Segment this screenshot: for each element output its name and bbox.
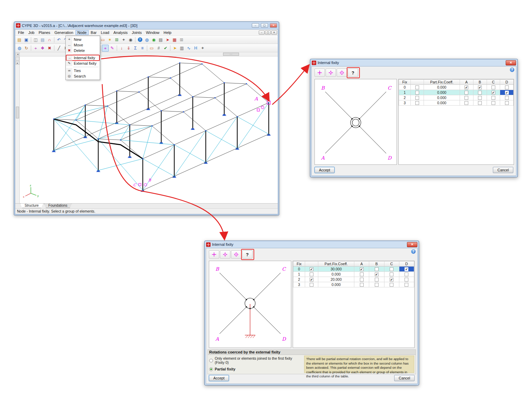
menu-help[interactable]: Help (161, 30, 174, 35)
surface-load-icon[interactable]: ⇓ (125, 45, 132, 52)
table-row[interactable]: 10.000✔ (293, 272, 414, 277)
radio-button-icon[interactable] (209, 367, 213, 371)
search-tools-icon[interactable]: ⊞ (178, 36, 185, 43)
open-icon[interactable]: ▤ (16, 36, 23, 43)
mark-d-checkbox[interactable] (399, 272, 414, 277)
table-row[interactable]: 00.000✔✔ (399, 85, 514, 90)
menu-job[interactable]: Job (26, 30, 37, 35)
menu-planes[interactable]: Planes (36, 30, 52, 35)
radio-option-2[interactable]: Partial fixity (209, 367, 302, 371)
radio-option-1[interactable]: Only element or elements joined to the f… (209, 356, 302, 365)
cross-node-tool-icon[interactable] (337, 69, 347, 77)
mark-a-checkbox[interactable] (354, 282, 369, 287)
view-3d-icon[interactable]: ◍ (16, 45, 23, 52)
titlebar[interactable]: CYPE 3D - v2015.a - [C:\...\Adjacent war… (15, 22, 278, 29)
external-fixity-tool-icon[interactable]: ✎ (109, 45, 116, 52)
mark-a-checkbox[interactable]: ✔ (460, 85, 473, 90)
mark-a-checkbox[interactable]: ✔ (354, 267, 369, 272)
mark-b-checkbox[interactable] (473, 100, 487, 106)
mark-c-checkbox[interactable]: ✔ (384, 277, 399, 282)
cancel-button[interactable]: Cancel (493, 167, 513, 173)
check-bars-icon[interactable]: ✔ (162, 45, 169, 52)
node-new-icon[interactable]: ＋ (32, 45, 39, 52)
menu-item-external-fixity[interactable]: ✎External fixity (66, 61, 99, 66)
menu-item-delete[interactable]: ✖Delete (66, 48, 99, 53)
mark-b-checkbox[interactable]: ✔ (473, 85, 487, 90)
mark-a-checkbox[interactable] (460, 95, 473, 100)
coeff-cell[interactable]: 0.000 (424, 95, 460, 100)
license-icon[interactable]: ▦ (171, 36, 178, 43)
cross-node-tool-icon[interactable] (231, 250, 241, 259)
table-row[interactable]: 30.000 (399, 100, 514, 106)
undo-icon[interactable]: ↶ (55, 36, 62, 43)
mark-b-checkbox[interactable] (369, 267, 384, 272)
horizontal-scrollbar[interactable]: ◂ ⋯ (15, 52, 278, 56)
viewport-3d[interactable]: ▲ ACBzxy (15, 56, 278, 203)
tools-icon[interactable]: ✦ (120, 36, 127, 43)
dialog-titlebar[interactable]: Internal fixity ✕ (206, 241, 418, 248)
mark-a-checkbox[interactable] (460, 100, 473, 106)
steel-h-icon[interactable]: H (192, 45, 199, 52)
steel-section-icon[interactable]: ▭ (148, 45, 155, 52)
mdi-minimize-button[interactable]: – (259, 30, 265, 35)
menu-window[interactable]: Window (144, 30, 161, 35)
mark-b-checkbox[interactable] (473, 95, 487, 100)
mark-a-checkbox[interactable] (354, 272, 369, 277)
mark-d-checkbox[interactable] (500, 95, 514, 100)
print-icon[interactable]: ▤ (157, 36, 164, 43)
cross-circle-tool-icon[interactable] (326, 69, 336, 77)
row-enable-checkbox[interactable] (411, 95, 424, 100)
coeff-cell[interactable]: 0.000 (424, 100, 460, 106)
mark-c-checkbox[interactable] (487, 95, 500, 100)
row-enable-checkbox[interactable] (305, 272, 318, 277)
menu-item-ties[interactable]: ∞Ties (66, 68, 99, 73)
menu-joints[interactable]: Joints (130, 30, 144, 35)
dialog-titlebar[interactable]: Internal fixity ✕ (311, 59, 516, 66)
point-load-icon[interactable]: ↓ (118, 45, 125, 52)
row-enable-checkbox[interactable] (411, 85, 424, 90)
analyse-icon[interactable]: ➤ (171, 45, 178, 52)
coeff-cell[interactable]: 0.000 (318, 272, 354, 277)
node-move-icon[interactable]: ❖ (39, 45, 46, 52)
scroll-left-icon[interactable]: ◂ (16, 53, 20, 56)
close-button[interactable]: ✕ (407, 242, 417, 247)
query-tool-icon[interactable]: ? (348, 69, 358, 77)
menu-item-new[interactable]: +New (66, 37, 99, 42)
radio-button-icon[interactable] (209, 359, 213, 362)
scroll-up-icon[interactable]: ▲ (16, 61, 19, 65)
mark-d-checkbox[interactable]: ✔ (500, 90, 514, 95)
help-icon[interactable]: ? (136, 36, 143, 43)
section-library-icon[interactable]: # (155, 45, 162, 52)
maximize-button[interactable]: ▢ (261, 23, 268, 28)
mark-c-checkbox[interactable] (487, 85, 500, 90)
wrench-icon[interactable]: ✦ (199, 45, 206, 52)
mark-c-checkbox[interactable]: ✔ (487, 90, 500, 95)
help-icon[interactable]: ? (510, 68, 514, 72)
minimize-button[interactable]: – (252, 23, 259, 28)
table-row[interactable]: 0✔30.000✔✔ (293, 267, 414, 272)
combinations-icon[interactable]: ≡ (139, 45, 146, 52)
mark-d-checkbox[interactable] (399, 282, 414, 287)
mark-c-checkbox[interactable] (384, 272, 399, 277)
cross-tool-icon[interactable] (209, 250, 219, 259)
window-icon[interactable]: ▭ (99, 36, 106, 43)
mark-d-checkbox[interactable] (500, 100, 514, 106)
menu-bar[interactable]: Bar (89, 30, 99, 35)
coeff-cell[interactable]: 0.000 (318, 282, 354, 287)
accept-button[interactable]: Accept (209, 375, 229, 381)
pin-icon[interactable]: ➤ (164, 36, 171, 43)
coeff-cell[interactable]: 30.000 (318, 267, 354, 272)
mark-c-checkbox[interactable] (487, 100, 500, 106)
light-icon[interactable]: ✶ (106, 36, 113, 43)
cancel-button[interactable]: Cancel (394, 375, 415, 381)
mark-c-checkbox[interactable] (384, 282, 399, 287)
mark-b-checkbox[interactable] (369, 277, 384, 282)
menu-item-search[interactable]: ◎Search (66, 73, 99, 79)
mark-c-checkbox[interactable] (384, 267, 399, 272)
deformed-shape-icon[interactable]: ∿ (185, 45, 192, 52)
grid-icon[interactable]: ⊞ (113, 36, 120, 43)
cross-circle-tool-icon[interactable] (220, 250, 230, 259)
coeff-cell[interactable]: 0.000 (424, 90, 460, 95)
menu-generation[interactable]: Generation (52, 30, 75, 35)
row-enable-checkbox[interactable]: ✔ (305, 267, 318, 272)
